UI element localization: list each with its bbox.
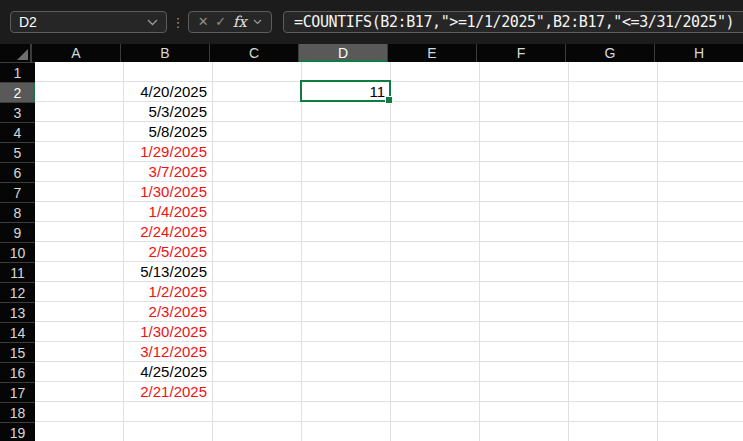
cell-F14[interactable] <box>480 322 569 342</box>
row-header-15[interactable]: 15 <box>0 342 35 362</box>
cell-E19[interactable] <box>391 422 480 441</box>
cell-D4[interactable] <box>302 122 391 142</box>
cell-E7[interactable] <box>391 182 480 202</box>
cell-G5[interactable] <box>569 142 658 162</box>
cell-F13[interactable] <box>480 302 569 322</box>
cell-A10[interactable] <box>35 242 124 262</box>
cell-B8[interactable]: 1/4/2025 <box>124 202 213 222</box>
cell-E17[interactable] <box>391 382 480 402</box>
row-header-10[interactable]: 10 <box>0 242 35 262</box>
cell-C15[interactable] <box>213 342 302 362</box>
grip-dots-icon[interactable]: ⋮ <box>173 11 183 33</box>
cell-D12[interactable] <box>302 282 391 302</box>
cell-C14[interactable] <box>213 322 302 342</box>
cell-B10[interactable]: 2/5/2025 <box>124 242 213 262</box>
cell-F7[interactable] <box>480 182 569 202</box>
cell-D15[interactable] <box>302 342 391 362</box>
chevron-down-icon[interactable] <box>147 19 158 26</box>
cell-H14[interactable] <box>658 322 743 342</box>
cell-F12[interactable] <box>480 282 569 302</box>
cell-C19[interactable] <box>213 422 302 441</box>
formula-input[interactable]: =COUNTIFS(B2:B17,">=1/1/2025",B2:B17,"<=… <box>283 11 743 33</box>
cell-F4[interactable] <box>480 122 569 142</box>
column-header-C[interactable]: C <box>209 44 298 62</box>
row-header-6[interactable]: 6 <box>0 162 35 182</box>
column-header-E[interactable]: E <box>387 44 476 62</box>
cell-E1[interactable] <box>391 62 480 82</box>
cell-B12[interactable]: 1/2/2025 <box>124 282 213 302</box>
cell-G4[interactable] <box>569 122 658 142</box>
cell-G14[interactable] <box>569 322 658 342</box>
cell-C8[interactable] <box>213 202 302 222</box>
row-header-8[interactable]: 8 <box>0 202 35 222</box>
cell-C2[interactable] <box>213 82 302 102</box>
cell-G8[interactable] <box>569 202 658 222</box>
cell-E2[interactable] <box>391 82 480 102</box>
cell-G10[interactable] <box>569 242 658 262</box>
cell-H2[interactable] <box>658 82 743 102</box>
row-header-17[interactable]: 17 <box>0 382 35 402</box>
cell-F10[interactable] <box>480 242 569 262</box>
cell-F11[interactable] <box>480 262 569 282</box>
cell-B1[interactable] <box>124 62 213 82</box>
cell-A19[interactable] <box>35 422 124 441</box>
cell-E3[interactable] <box>391 102 480 122</box>
cell-D2[interactable]: 11 <box>302 82 391 102</box>
cell-D17[interactable] <box>302 382 391 402</box>
cell-A12[interactable] <box>35 282 124 302</box>
cell-D11[interactable] <box>302 262 391 282</box>
cell-E18[interactable] <box>391 402 480 422</box>
cell-A6[interactable] <box>35 162 124 182</box>
cell-A9[interactable] <box>35 222 124 242</box>
cell-A2[interactable] <box>35 82 124 102</box>
row-header-12[interactable]: 12 <box>0 282 35 302</box>
cell-B2[interactable]: 4/20/2025 <box>124 82 213 102</box>
cell-B15[interactable]: 3/12/2025 <box>124 342 213 362</box>
cell-H6[interactable] <box>658 162 743 182</box>
cell-H8[interactable] <box>658 202 743 222</box>
cell-H19[interactable] <box>658 422 743 441</box>
cell-G7[interactable] <box>569 182 658 202</box>
row-header-7[interactable]: 7 <box>0 182 35 202</box>
cell-C3[interactable] <box>213 102 302 122</box>
cell-E4[interactable] <box>391 122 480 142</box>
column-header-B[interactable]: B <box>120 44 209 62</box>
chevron-down-icon[interactable] <box>253 19 262 25</box>
cell-D16[interactable] <box>302 362 391 382</box>
cell-E14[interactable] <box>391 322 480 342</box>
cell-A11[interactable] <box>35 262 124 282</box>
column-header-F[interactable]: F <box>476 44 565 62</box>
cell-F8[interactable] <box>480 202 569 222</box>
cell-B18[interactable] <box>124 402 213 422</box>
cell-F19[interactable] <box>480 422 569 441</box>
cell-D10[interactable] <box>302 242 391 262</box>
cell-C13[interactable] <box>213 302 302 322</box>
cell-A5[interactable] <box>35 142 124 162</box>
cell-C11[interactable] <box>213 262 302 282</box>
cell-F1[interactable] <box>480 62 569 82</box>
cell-H4[interactable] <box>658 122 743 142</box>
cell-G6[interactable] <box>569 162 658 182</box>
cell-C16[interactable] <box>213 362 302 382</box>
cell-C10[interactable] <box>213 242 302 262</box>
cell-F18[interactable] <box>480 402 569 422</box>
cell-D7[interactable] <box>302 182 391 202</box>
cell-D18[interactable] <box>302 402 391 422</box>
row-header-5[interactable]: 5 <box>0 142 35 162</box>
cell-G19[interactable] <box>569 422 658 441</box>
name-box[interactable]: D2 <box>10 11 167 33</box>
cell-F6[interactable] <box>480 162 569 182</box>
cell-B13[interactable]: 2/3/2025 <box>124 302 213 322</box>
cancel-icon[interactable]: ✕ <box>198 11 209 33</box>
cell-C12[interactable] <box>213 282 302 302</box>
cell-E5[interactable] <box>391 142 480 162</box>
cell-G1[interactable] <box>569 62 658 82</box>
cell-H3[interactable] <box>658 102 743 122</box>
row-header-19[interactable]: 19 <box>0 422 35 441</box>
cell-E11[interactable] <box>391 262 480 282</box>
cell-H10[interactable] <box>658 242 743 262</box>
cell-G13[interactable] <box>569 302 658 322</box>
cell-E15[interactable] <box>391 342 480 362</box>
cell-A16[interactable] <box>35 362 124 382</box>
row-header-13[interactable]: 13 <box>0 302 35 322</box>
